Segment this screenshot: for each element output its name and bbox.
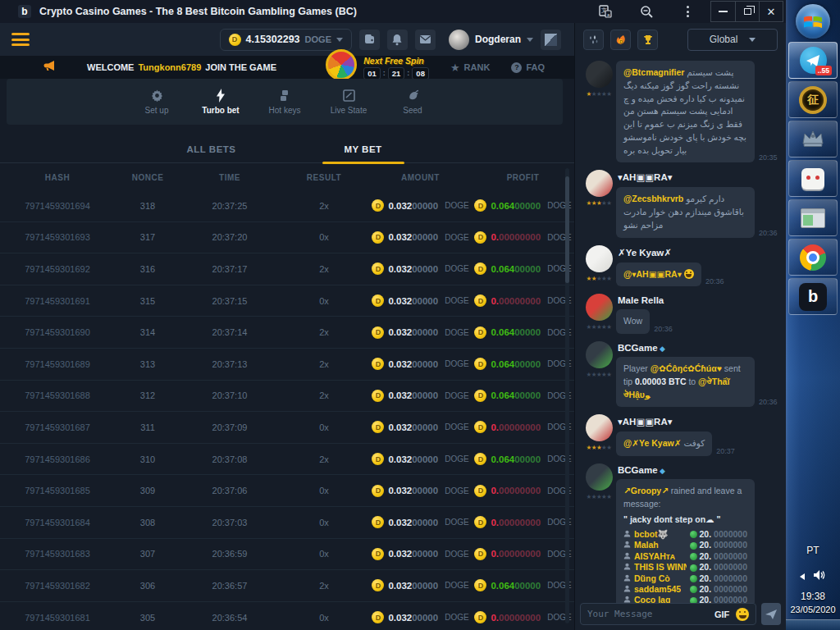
taskbar-item-windows-start[interactable]: [788, 2, 838, 39]
message-username[interactable]: ✗Ye Kyaw✗: [618, 247, 779, 258]
bet-hash[interactable]: 7971459301692: [0, 264, 115, 274]
bet-row[interactable]: 797145930168831220:37:102xD0.03200000DOG…: [0, 381, 574, 413]
taskbar-item-dice[interactable]: [788, 160, 838, 197]
bet-row[interactable]: 797145930168631020:37:082xD0.03200000DOG…: [0, 444, 574, 476]
message-username[interactable]: ▾AH▣▣RA▾: [618, 416, 779, 427]
bet-hash[interactable]: 7971459301682: [0, 581, 115, 591]
emoji-picker-button[interactable]: [736, 608, 749, 621]
balance-amount: 4.15302293: [246, 34, 300, 45]
bet-hash[interactable]: 7971459301690: [0, 327, 115, 337]
taskbar-item-bc-game[interactable]: b: [788, 278, 838, 315]
gif-button[interactable]: GIF: [714, 609, 729, 619]
clock-date[interactable]: 23/05/2020: [790, 605, 835, 614]
column-header-result: RESULT: [279, 173, 369, 182]
bet-row[interactable]: 797145930168931320:37:132xD0.03200000DOG…: [0, 349, 574, 381]
user-mention[interactable]: @▾AH▣▣RA▾: [623, 269, 682, 279]
send-message-button[interactable]: [761, 603, 781, 625]
user-avatar[interactable]: [586, 463, 613, 491]
translate-icon[interactable]: 文a: [597, 4, 614, 19]
bet-row[interactable]: 797145930168430820:37:030xD0.03200000DOG…: [0, 507, 574, 539]
bet-row[interactable]: 797145930168330720:36:590xD0.03200000DOG…: [0, 539, 574, 571]
user-mention[interactable]: @Zecsbhkrvrb: [623, 194, 683, 203]
language-indicator[interactable]: PT: [806, 545, 819, 556]
wallet-button[interactable]: [359, 30, 380, 50]
bet-row[interactable]: 797145930168530920:37:060xD0.03200000DOG…: [0, 475, 574, 507]
taskbar-item-chrome[interactable]: [788, 239, 838, 276]
clock-time[interactable]: 19:38: [801, 591, 825, 602]
bet-row[interactable]: 797145930168130520:36:540xD0.03200000DOG…: [0, 602, 574, 630]
bet-row[interactable]: 797145930168230620:36:572xD0.03200000DOG…: [0, 570, 574, 602]
message-username[interactable]: ▾AH▣▣RA▾: [618, 171, 779, 183]
taskbar-item-window-app[interactable]: [788, 199, 838, 236]
message-input[interactable]: [587, 609, 708, 619]
show-desktop-button[interactable]: [786, 619, 840, 630]
menu-dots-icon[interactable]: [679, 4, 696, 19]
game-tab-set-up[interactable]: Set up: [135, 89, 178, 115]
bet-hash[interactable]: 7971459301683: [0, 549, 115, 559]
game-tab-turbo-bet[interactable]: Turbo bet: [199, 89, 242, 115]
user-avatar[interactable]: [586, 61, 613, 88]
user-avatar[interactable]: [586, 294, 613, 321]
user-menu[interactable]: Dogderan: [449, 30, 533, 50]
tab-my-bet[interactable]: MY BET: [322, 139, 404, 162]
minimize-button[interactable]: [711, 2, 735, 21]
user-mention[interactable]: @✗Ye Kyaw✗: [623, 438, 681, 448]
rain-sender[interactable]: ↗Groopy↗: [623, 486, 669, 495]
close-button[interactable]: ✕: [759, 2, 783, 21]
hamburger-menu-icon[interactable]: [11, 33, 30, 46]
user-mention[interactable]: @✿Ćôŋć✿Ćɦúα♥: [651, 363, 722, 373]
message-username[interactable]: Male Rella: [618, 295, 779, 305]
message-username[interactable]: BCGame ◆: [618, 465, 779, 475]
taskbar-item-telegram[interactable]: ..55: [788, 42, 838, 79]
system-tray: PT 19:38 23/05/2020: [786, 545, 840, 630]
tray-expand-icon[interactable]: [800, 573, 805, 580]
faq-link[interactable]: ? FAQ: [511, 62, 545, 73]
game-tab-seed[interactable]: Seed: [391, 89, 434, 115]
bet-hash[interactable]: 7971459301681: [0, 613, 115, 623]
bet-hash[interactable]: 7971459301688: [0, 390, 115, 400]
chat-input-box[interactable]: GIF: [580, 603, 756, 625]
bet-row[interactable]: 797145930169331720:37:200xD0.03200000DOG…: [0, 222, 574, 254]
game-tab-hot-keys[interactable]: Hot keys: [263, 89, 306, 115]
tab-all-bets[interactable]: ALL BETS: [171, 139, 253, 162]
fireball-icon[interactable]: D: [610, 30, 631, 50]
trophy-icon[interactable]: [637, 30, 658, 50]
message-username[interactable]: BCGame ◆: [618, 343, 779, 353]
rain-icon[interactable]: [583, 30, 604, 50]
rank-link[interactable]: ★ RANK: [450, 62, 490, 74]
bet-hash[interactable]: 7971459301689: [0, 359, 115, 369]
bet-hash[interactable]: 7971459301691: [0, 296, 115, 306]
bet-row[interactable]: 797145930168731120:37:090xD0.03200000DOG…: [0, 412, 574, 444]
chevron-down-icon: [336, 38, 343, 42]
bet-hash[interactable]: 7971459301694: [0, 201, 115, 211]
bet-hash[interactable]: 7971459301684: [0, 518, 115, 527]
chat-channel-select[interactable]: Global: [687, 29, 778, 51]
scrollbar-thumb[interactable]: [565, 176, 569, 283]
bet-row[interactable]: 797145930169231620:37:172xD0.03200000DOG…: [0, 253, 574, 285]
user-avatar[interactable]: [586, 170, 613, 197]
free-spin-widget[interactable]: Next Free Spin 01 : 21 : 08: [326, 54, 429, 80]
restore-button[interactable]: [735, 2, 759, 21]
theme-toggle-button[interactable]: [541, 30, 561, 50]
bet-row[interactable]: 797145930169031420:37:142xD0.03200000DOG…: [0, 317, 574, 349]
speaker-icon[interactable]: [813, 569, 826, 584]
taskbar-item-crown[interactable]: [788, 121, 838, 158]
winner-name[interactable]: Coco lag: [634, 594, 670, 603]
bet-hash[interactable]: 7971459301687: [0, 422, 115, 432]
bet-hash[interactable]: 7971459301693: [0, 232, 115, 242]
table-scrollbar[interactable]: [565, 168, 569, 623]
bet-hash[interactable]: 7971459301685: [0, 486, 115, 495]
balance-selector[interactable]: D 4.15302293 DOGE: [220, 29, 352, 51]
user-avatar[interactable]: [586, 245, 613, 272]
bet-row[interactable]: 797145930169431820:37:252xD0.03200000DOG…: [0, 190, 574, 222]
bet-hash[interactable]: 7971459301686: [0, 454, 115, 464]
bet-row[interactable]: 797145930169131520:37:150xD0.03200000DOG…: [0, 285, 574, 317]
game-tab-live-state[interactable]: Live State: [327, 89, 370, 115]
taskbar-item-game-emblem[interactable]: 征: [788, 81, 838, 118]
zoom-out-icon[interactable]: [638, 4, 655, 19]
notifications-bell-button[interactable]: [387, 30, 408, 50]
user-avatar[interactable]: [586, 341, 613, 368]
user-avatar[interactable]: [586, 414, 613, 441]
user-mention[interactable]: @Btcmagnifier: [623, 67, 684, 77]
mail-button[interactable]: [415, 30, 436, 50]
